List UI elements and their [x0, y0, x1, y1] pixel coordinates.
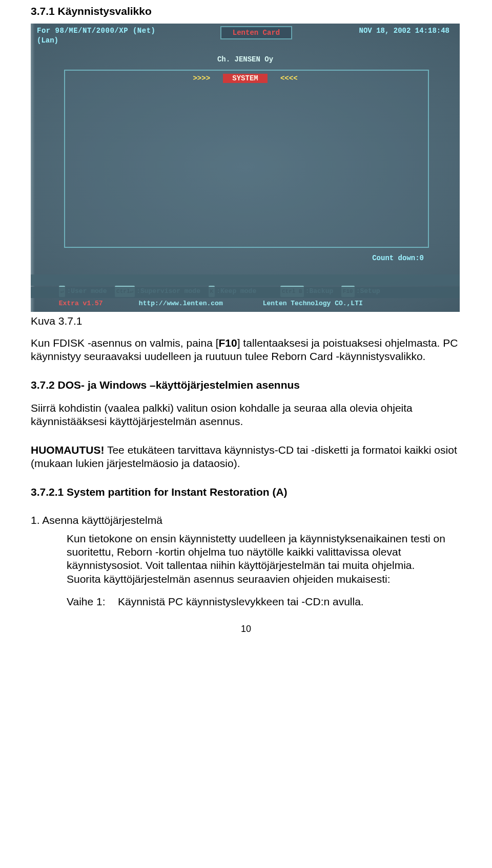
page-number: 10: [31, 624, 461, 634]
screenshot-boot-menu: For 98/ME/NT/2000/XP (Net) (Lan) NOV 18,…: [31, 24, 460, 312]
shot-line1: For 98/ME/NT/2000/XP (Net): [37, 27, 155, 35]
shot-line2: (Lan): [37, 36, 58, 45]
paragraph-2: Siirrä kohdistin (vaalea palkki) valitun…: [31, 401, 461, 429]
shot-footer2: Extra v1.57 http://www.lenten.com Lenten…: [31, 287, 460, 298]
step1-text: Käynnistä PC käynnistyslevykkeen tai -CD…: [118, 595, 364, 608]
shot-countdown: Count down:0: [372, 254, 424, 262]
section-372-title: 3.7.2 DOS- ja Windows –käyttöjärjestelmi…: [31, 379, 461, 391]
list-item-1: 1. Asenna käyttöjärjestelmä: [31, 514, 461, 527]
note-label: HUOMAUTUS!: [31, 444, 104, 456]
note-line: HUOMAUTUS! Tee etukäteen tarvittava käyn…: [31, 443, 461, 471]
step-row-1: Vaihe 1: Käynnistä PC käynnistyslevykkee…: [67, 595, 451, 608]
indent-text: Kun tietokone on ensin käynnistetty uude…: [67, 533, 445, 585]
system-pill: SYSTEM: [223, 74, 267, 83]
arrows-right-icon: <<<<: [280, 74, 298, 82]
shot-main-box: [64, 70, 429, 248]
para1-a: Kun FDISK -asennus on valmis, paina [: [31, 337, 219, 349]
screenshot-edge: [31, 24, 35, 312]
section-3721-title: 3.7.2.1 System partition for Instant Res…: [31, 486, 461, 498]
shot-title-box: Lenten Card: [220, 26, 292, 39]
shot-subtitle: Ch. JENSEN Oy: [31, 55, 460, 63]
figure-caption: Kuva 3.7.1: [31, 315, 461, 327]
arrows-left-icon: >>>>: [193, 74, 210, 82]
shot-footer1: ↵:User mode Ctrl↵:Supervisor mode K:Keep…: [31, 274, 460, 286]
indent-paragraph: Kun tietokone on ensin käynnistetty uude…: [67, 532, 451, 608]
para1-key: F10: [219, 337, 237, 349]
footer-company: Lenten Technology CO.,LTI: [263, 300, 363, 307]
shot-system-row: >>>> SYSTEM <<<<: [31, 74, 460, 83]
footer-extra: Extra v1.57: [59, 300, 103, 307]
shot-datetime: NOV 18, 2002 14:18:48: [359, 27, 449, 35]
footer-url: http://www.lenten.com: [139, 300, 223, 307]
section-371-title: 3.7.1 Käynnistysvalikko: [31, 5, 461, 17]
step1-label: Vaihe 1:: [67, 595, 118, 608]
paragraph-1: Kun FDISK -asennus on valmis, paina [F10…: [31, 336, 461, 364]
